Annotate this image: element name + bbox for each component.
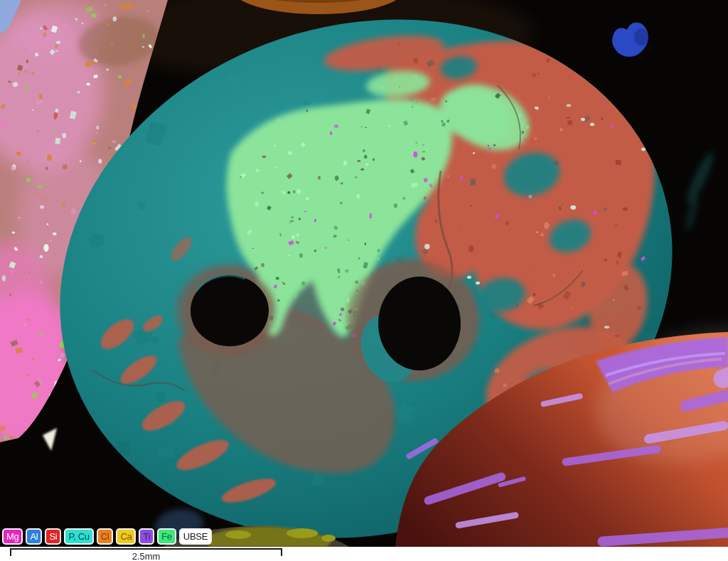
legend-chip-cl[interactable]: Cl (97, 528, 114, 545)
hole-left (184, 270, 275, 351)
legend-chip-label: UBSE (183, 532, 208, 541)
legend-chip-ubse[interactable]: UBSE (179, 528, 212, 545)
scale-label: 2.5mm (11, 551, 281, 561)
legend-chip-ca[interactable]: Ca (116, 528, 136, 545)
legend-chip-label: Ca (120, 532, 132, 541)
legend-chip-label: Mg (6, 532, 18, 541)
legend-chip-fe[interactable]: Fe (157, 528, 176, 545)
specimen-image (0, 0, 728, 547)
legend-chip-label: P, Cu (68, 532, 89, 541)
legend-chip-label: Si (49, 532, 57, 541)
scale-bar: 2.5mm (10, 548, 282, 556)
legend-chip-p-cu[interactable]: P, Cu (64, 528, 93, 545)
legend-chip-label: Fe (161, 532, 172, 541)
legend-chip-label: Al (30, 532, 38, 541)
legend-chip-si[interactable]: Si (45, 528, 61, 545)
legend-chip-label: Ti (143, 532, 150, 541)
legend-chip-label: Cl (101, 532, 109, 541)
eds-map-figure: MgAlSiP, CuClCaTiFeUBSE 2.5mm (0, 0, 728, 561)
legend-chip-ti[interactable]: Ti (139, 528, 154, 545)
legend-chip-mg[interactable]: Mg (2, 528, 23, 545)
legend-chip-al[interactable]: Al (26, 528, 42, 545)
scale-strip: 2.5mm (0, 547, 728, 561)
legend: MgAlSiP, CuClCaTiFeUBSE (2, 528, 212, 545)
